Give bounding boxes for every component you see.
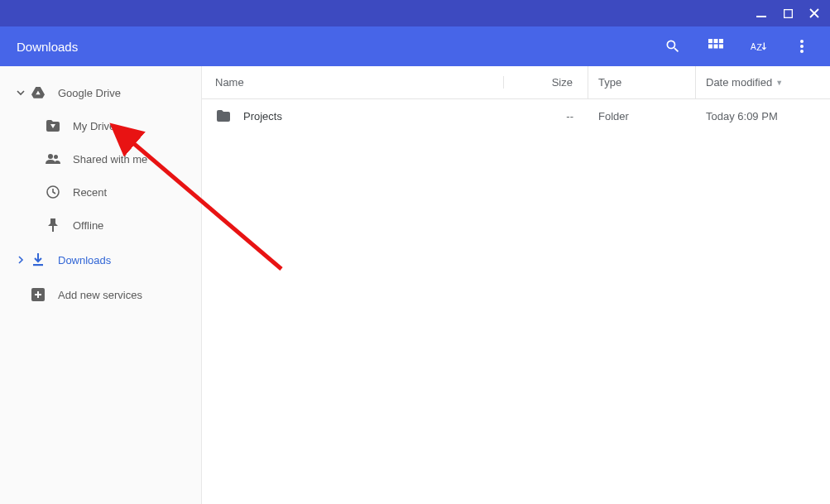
window-titlebar — [0, 0, 830, 26]
header-actions: A Z — [664, 38, 817, 55]
people-icon — [45, 154, 61, 164]
clock-icon — [45, 185, 61, 199]
svg-rect-1 — [784, 9, 792, 17]
pin-icon — [45, 218, 61, 232]
chevron-right-icon — [13, 256, 28, 264]
sidebar-item-offline[interactable]: Offline — [0, 209, 201, 242]
svg-rect-6 — [714, 45, 718, 49]
column-header-size[interactable]: Size — [504, 66, 588, 98]
svg-point-12 — [800, 50, 804, 53]
svg-rect-16 — [52, 226, 54, 232]
page-title: Downloads — [17, 40, 664, 54]
minimize-button[interactable] — [756, 7, 767, 19]
svg-text:Z: Z — [756, 42, 762, 52]
svg-rect-4 — [719, 39, 723, 43]
plus-box-icon — [30, 288, 46, 301]
column-header-type[interactable]: Type — [588, 66, 696, 98]
svg-point-11 — [800, 45, 804, 48]
sidebar-item-shared[interactable]: Shared with me — [0, 142, 201, 175]
svg-rect-3 — [714, 39, 718, 43]
file-type: Folder — [588, 110, 696, 122]
sidebar-item-add-services[interactable]: Add new services — [0, 278, 201, 311]
content-area: Google Drive My Drive Shared with me Rec… — [0, 66, 830, 504]
sidebar-item-google-drive[interactable]: Google Drive — [0, 76, 201, 109]
drive-logo-icon — [30, 87, 46, 98]
svg-point-10 — [800, 40, 804, 43]
column-header-date[interactable]: Date modified ▼ — [696, 76, 830, 89]
sidebar-item-downloads[interactable]: Downloads — [0, 243, 201, 276]
app-header: Downloads A Z — [0, 26, 830, 66]
download-icon — [30, 253, 46, 266]
sidebar-label: Shared with me — [73, 153, 147, 166]
sidebar-label: Google Drive — [58, 87, 121, 99]
sort-desc-icon: ▼ — [775, 79, 783, 87]
more-vert-icon[interactable] — [794, 38, 810, 55]
svg-rect-7 — [719, 45, 723, 49]
search-icon[interactable] — [664, 38, 681, 55]
svg-text:A: A — [751, 42, 756, 51]
file-row[interactable]: Projects -- Folder Today 6:09 PM — [202, 99, 830, 132]
sidebar-label: My Drive — [73, 120, 115, 132]
chevron-down-icon — [13, 89, 28, 97]
maximize-button[interactable] — [782, 7, 794, 19]
folder-icon — [215, 110, 232, 122]
sidebar: Google Drive My Drive Shared with me Rec… — [0, 66, 202, 504]
column-header-row: Name Size Type Date modified ▼ — [202, 66, 830, 99]
sidebar-label: Offline — [73, 219, 103, 232]
close-button[interactable] — [808, 7, 820, 19]
grid-view-icon[interactable] — [708, 38, 724, 55]
sort-az-icon[interactable]: A Z — [751, 38, 767, 55]
column-header-name[interactable]: Name — [202, 76, 504, 89]
file-list: Name Size Type Date modified ▼ Projects … — [202, 66, 830, 504]
file-name: Projects — [243, 110, 504, 122]
svg-rect-5 — [708, 45, 712, 49]
svg-point-13 — [48, 154, 53, 159]
sidebar-item-my-drive[interactable]: My Drive — [0, 109, 201, 142]
file-date: Today 6:09 PM — [696, 110, 830, 122]
svg-rect-0 — [756, 16, 766, 17]
sidebar-label: Downloads — [58, 254, 111, 266]
file-size: -- — [504, 110, 588, 122]
svg-point-14 — [54, 155, 58, 159]
sidebar-label: Add new services — [58, 289, 142, 301]
svg-rect-17 — [33, 264, 43, 266]
sidebar-label: Recent — [73, 186, 107, 199]
sidebar-item-recent[interactable]: Recent — [0, 175, 201, 209]
my-drive-icon — [45, 120, 61, 132]
svg-rect-2 — [708, 39, 712, 43]
